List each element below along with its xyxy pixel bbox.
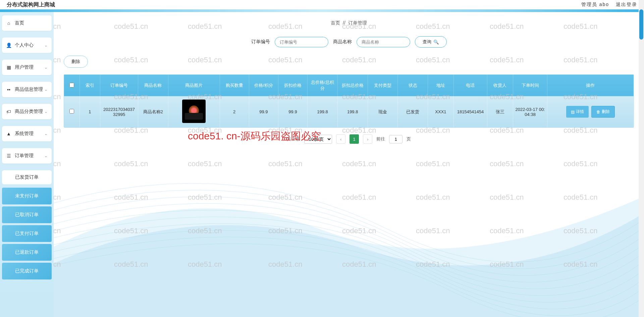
main-content: 首页 // 订单管理 订单编号 商品名称 查询 🔍 删除 [54,12,644,317]
page-current[interactable]: 1 [350,134,359,144]
sidebar-item-label: 商品分类管理 [15,109,43,115]
list-icon: ☰ [6,153,11,158]
product-image [182,100,206,123]
sidebar-submenu-cancelled[interactable]: 已取消订单 [2,206,52,223]
cell-address: XXX1 [428,96,454,127]
sidebar-item-home[interactable]: ⌂ 首页 [2,15,52,31]
th-prodname: 商品名称 [138,75,168,96]
goto-label: 前往 [376,136,385,142]
app-title: 分布式架构网上商城 [7,1,55,8]
orderno-input[interactable] [275,37,328,47]
search-row: 订单编号 商品名称 查询 🔍 [64,36,634,48]
sidebar-submenu-completed[interactable]: 已完成订单 [2,263,52,279]
sidebar-item-orders[interactable]: ☰ 订单管理 ⌄ [2,148,52,164]
search-btn-label: 查询 [423,39,431,45]
detail-button[interactable]: ▤ 详情 [566,106,589,118]
cell-orderno: 202231703403732995 [100,96,138,127]
cell-prodimg [168,96,220,127]
page-goto-input[interactable] [389,135,402,143]
sidebar-item-label: 系统管理 [15,131,34,137]
cell-discount-total: 199.8 [337,96,368,127]
search-button[interactable]: 查询 🔍 [415,36,447,48]
cell-phone: 18154541454 [453,96,487,127]
table-header-row: 索引 订单编号 商品名称 商品图片 购买数量 价格/积分 折扣价格 总价格/总积… [64,75,634,96]
table-row: 1 202231703403732995 商品名称2 2 99.9 99.9 1… [64,96,634,127]
cell-status: 已发货 [398,96,428,127]
page-size-select[interactable]: 10条/页 [304,135,332,144]
th-index: 索引 [79,75,100,96]
cell-paytype: 现金 [368,96,398,127]
th-actions: 操作 [547,75,634,96]
page-total: 共 1 条 [287,136,300,142]
cell-qty: 2 [220,96,249,127]
th-address: 地址 [428,75,454,96]
prodname-label: 商品名称 [333,39,352,45]
sidebar-submenu-unpaid[interactable]: 未支付订单 [2,188,52,204]
sidebar-item-product-info[interactable]: ▪▪ 商品信息管理 ⌄ [2,82,52,97]
th-prodimg: 商品图片 [168,75,220,96]
submenu-label: 已发货订单 [15,174,39,180]
sidebar-item-label: 个人中心 [15,42,34,48]
th-orderno: 订单编号 [100,75,138,96]
top-header: 分布式架构网上商城 管理员 abo 退出登录 [0,0,644,9]
cell-actions: ▤ 详情 🗑 删除 [547,96,634,127]
sidebar-item-label: 订单管理 [15,153,34,159]
chevron-down-icon: ⌄ [44,131,48,136]
action-row: 删除 [64,56,634,68]
delete-button[interactable]: 🗑 删除 [591,106,615,118]
sidebar-submenu-paid[interactable]: 已支付订单 [2,225,52,242]
th-receiver: 收货人 [487,75,513,96]
admin-label[interactable]: 管理员 abo [581,2,609,8]
th-discount: 折扣价格 [278,75,307,96]
cell-time: 2022-03-17 00:04:38 [513,96,547,127]
cell-index: 1 [79,96,100,127]
chevron-down-icon: ⌄ [44,87,48,92]
breadcrumb-sep: // [343,20,345,25]
prodname-input[interactable] [357,37,410,47]
cell-discount: 99.9 [278,96,307,127]
breadcrumb-home[interactable]: 首页 [331,20,340,25]
chevron-down-icon: ⌄ [44,109,48,114]
cell-prodname: 商品名称2 [138,96,168,127]
page-prev-button[interactable]: ‹ [336,134,345,144]
top-right: 管理员 abo 退出登录 [581,2,637,8]
sidebar-item-label: 商品信息管理 [15,86,43,92]
th-time: 下单时间 [513,75,547,96]
th-qty: 购买数量 [220,75,249,96]
th-paytype: 支付类型 [368,75,398,96]
sidebar-item-product-cat[interactable]: 🏷 商品分类管理 ⌄ [2,104,52,119]
sidebar-item-label: 首页 [15,20,24,26]
th-total: 总价格/总积分 [308,75,338,96]
gradient-bar [0,9,644,12]
sidebar-item-profile[interactable]: 👤 个人中心 ⌄ [2,38,52,53]
sidebar-submenu-refunded[interactable]: 已退款订单 [2,244,52,261]
user-icon: 👤 [6,43,11,48]
chevron-down-icon: ⌄ [44,153,48,158]
orderno-label: 订单编号 [251,39,270,45]
detail-icon: ▤ [571,110,575,114]
delete-top-button[interactable]: 删除 [64,56,88,68]
sidebar-submenu-active[interactable]: 已发货订单 [2,170,52,184]
breadcrumb-current: 订单管理 [348,20,367,25]
th-status: 状态 [398,75,428,96]
cell-total: 199.8 [308,96,338,127]
select-all-checkbox[interactable] [69,83,74,87]
tag-icon: 🏷 [6,109,11,114]
row-checkbox[interactable] [69,109,74,114]
logout-link[interactable]: 退出登录 [616,2,637,8]
sidebar-item-label: 用户管理 [15,64,34,70]
breadcrumb: 首页 // 订单管理 [64,20,634,26]
search-icon: 🔍 [433,40,439,45]
sidebar-item-system[interactable]: ▲ 系统管理 ⌄ [2,126,52,141]
trash-icon: 🗑 [596,110,600,114]
cell-receiver: 张三 [487,96,513,127]
users-icon: ▦ [6,65,11,70]
grid-icon: ▪▪ [6,87,11,92]
orders-table: 索引 订单编号 商品名称 商品图片 购买数量 价格/积分 折扣价格 总价格/总积… [64,74,634,128]
th-price: 价格/积分 [249,75,278,96]
th-discount-total: 折扣总价格 [337,75,368,96]
sidebar-item-users[interactable]: ▦ 用户管理 ⌄ [2,60,52,75]
chevron-down-icon: ⌄ [44,65,48,70]
page-next-button[interactable]: › [363,134,372,144]
person-icon: ▲ [6,131,11,136]
